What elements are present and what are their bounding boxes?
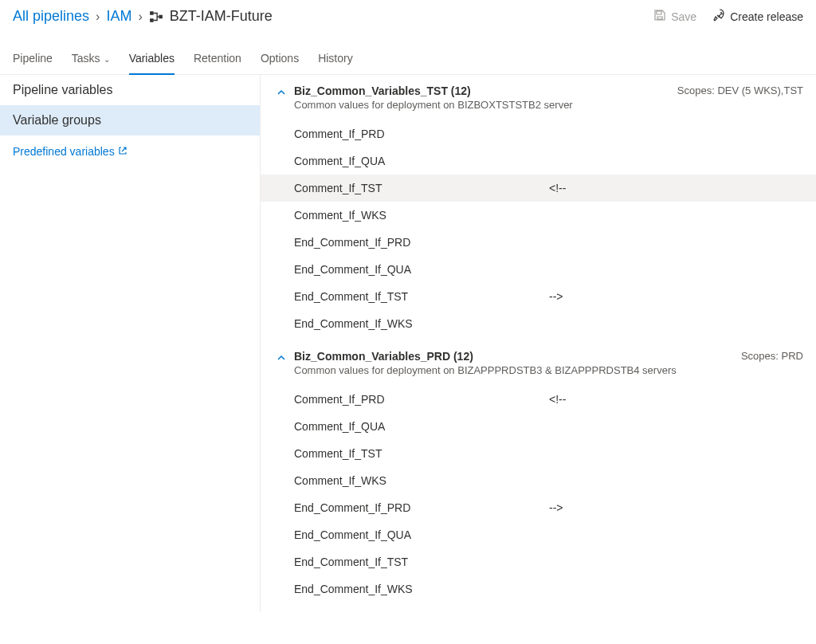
variable-value: --> xyxy=(549,290,563,303)
header-actions: Save Create release xyxy=(653,9,803,24)
save-label: Save xyxy=(671,10,696,23)
sidebar: Pipeline variables Variable groups Prede… xyxy=(0,75,260,612)
save-button: Save xyxy=(653,9,696,24)
svg-point-3 xyxy=(720,12,722,14)
variable-name: End_Comment_If_PRD xyxy=(294,501,549,514)
variable-name: Comment_If_PRD xyxy=(294,128,549,140)
tab-pipeline[interactable]: Pipeline xyxy=(13,45,53,74)
variable-group-desc: Common values for deployment on BIZAPPPR… xyxy=(294,364,732,376)
variable-row[interactable]: End_Comment_If_WKS xyxy=(261,575,816,603)
breadcrumb-parent[interactable]: IAM xyxy=(106,8,131,25)
tab-tasks[interactable]: Tasks⌄ xyxy=(72,45,110,74)
variable-group-title[interactable]: Biz_Common_Variables_PRD (12) xyxy=(294,350,732,363)
variable-row[interactable]: End_Comment_If_QUA xyxy=(261,521,816,548)
variable-list: Comment_If_PRDComment_If_QUAComment_If_T… xyxy=(261,114,816,337)
variable-group: Biz_Common_Variables_TST (12)Common valu… xyxy=(261,81,816,337)
variable-name: Comment_If_TST xyxy=(294,447,549,460)
svg-rect-1 xyxy=(150,18,154,22)
variable-name: Comment_If_WKS xyxy=(294,474,549,487)
chevron-up-icon[interactable] xyxy=(269,84,294,97)
variable-value: --> xyxy=(549,501,563,514)
create-release-button[interactable]: Create release xyxy=(712,9,803,24)
tab-variables[interactable]: Variables xyxy=(129,45,175,74)
body: Pipeline variables Variable groups Prede… xyxy=(0,75,816,612)
tabs: Pipeline Tasks⌄ Variables Retention Opti… xyxy=(0,45,816,75)
sidebar-predefined-label: Predefined variables xyxy=(13,145,115,158)
variable-name: End_Comment_If_QUA xyxy=(294,528,549,541)
variable-name: Comment_If_WKS xyxy=(294,209,549,222)
svg-rect-2 xyxy=(159,14,163,18)
svg-rect-0 xyxy=(150,11,154,15)
variable-name: End_Comment_If_QUA xyxy=(294,263,549,276)
tab-options[interactable]: Options xyxy=(261,45,299,74)
variable-row[interactable]: End_Comment_If_QUA xyxy=(261,256,816,283)
chevron-right-icon: › xyxy=(138,10,142,24)
chevron-up-icon[interactable] xyxy=(269,350,294,363)
variable-group-info: Biz_Common_Variables_TST (12)Common valu… xyxy=(294,84,668,111)
variable-name: Comment_If_PRD xyxy=(294,393,549,406)
variable-row[interactable]: Comment_If_WKS xyxy=(261,202,816,229)
variable-name: End_Comment_If_WKS xyxy=(294,583,549,595)
page-title: BZT-IAM-Future xyxy=(170,8,273,25)
tab-retention[interactable]: Retention xyxy=(194,45,241,74)
variable-row[interactable]: Comment_If_TST xyxy=(261,440,816,467)
sidebar-variable-groups[interactable]: Variable groups xyxy=(0,105,260,135)
variable-value: <!-- xyxy=(549,393,566,406)
breadcrumb-root[interactable]: All pipelines xyxy=(13,8,89,25)
variable-name: End_Comment_If_WKS xyxy=(294,317,549,330)
variable-group-scopes: Scopes: DEV (5 WKS),TST xyxy=(677,84,803,96)
chevron-down-icon: ⌄ xyxy=(104,55,110,64)
variable-name: Comment_If_TST xyxy=(294,182,549,194)
variable-group-header: Biz_Common_Variables_TST (12)Common valu… xyxy=(261,81,816,114)
variable-name: Comment_If_QUA xyxy=(294,155,549,167)
tab-tasks-label: Tasks xyxy=(72,52,100,65)
variable-group-scopes: Scopes: PRD xyxy=(741,350,803,362)
tab-history[interactable]: History xyxy=(318,45,353,74)
variable-row[interactable]: Comment_If_PRD xyxy=(261,120,816,147)
variable-name: End_Comment_If_TST xyxy=(294,290,549,303)
variable-name: End_Comment_If_TST xyxy=(294,556,549,568)
variable-list: Comment_If_PRD<!--Comment_If_QUAComment_… xyxy=(261,379,816,603)
sidebar-pipeline-variables[interactable]: Pipeline variables xyxy=(0,75,260,105)
variable-row[interactable]: Comment_If_QUA xyxy=(261,413,816,440)
sidebar-predefined-link[interactable]: Predefined variables xyxy=(0,135,260,167)
variable-row[interactable]: Comment_If_WKS xyxy=(261,467,816,494)
chevron-right-icon: › xyxy=(96,10,100,24)
variable-row[interactable]: End_Comment_If_TST xyxy=(261,548,816,575)
breadcrumb: All pipelines › IAM › BZT-IAM-Future xyxy=(13,8,273,25)
variable-row[interactable]: Comment_If_TST<!-- xyxy=(261,175,816,202)
page-header: All pipelines › IAM › BZT-IAM-Future Sav… xyxy=(0,0,816,28)
variable-group-header: Biz_Common_Variables_PRD (12)Common valu… xyxy=(261,347,816,379)
variable-row[interactable]: Comment_If_QUA xyxy=(261,147,816,175)
variable-group-info: Biz_Common_Variables_PRD (12)Common valu… xyxy=(294,350,732,376)
variable-group: Biz_Common_Variables_PRD (12)Common valu… xyxy=(261,347,816,603)
variable-row[interactable]: End_Comment_If_PRD--> xyxy=(261,494,816,521)
external-link-icon xyxy=(118,145,128,158)
variable-name: End_Comment_If_PRD xyxy=(294,236,549,249)
variable-row[interactable]: End_Comment_If_PRD xyxy=(261,229,816,256)
create-release-label: Create release xyxy=(730,10,803,23)
variable-group-desc: Common values for deployment on BIZBOXTS… xyxy=(294,99,668,111)
save-icon xyxy=(653,9,666,24)
variable-name: Comment_If_QUA xyxy=(294,420,549,433)
variable-value: <!-- xyxy=(549,182,566,194)
variable-group-title[interactable]: Biz_Common_Variables_TST (12) xyxy=(294,84,668,97)
variable-row[interactable]: End_Comment_If_WKS xyxy=(261,310,816,337)
variable-row[interactable]: End_Comment_If_TST--> xyxy=(261,283,816,310)
rocket-icon xyxy=(712,9,725,24)
main-content: Biz_Common_Variables_TST (12)Common valu… xyxy=(260,75,816,612)
variable-row[interactable]: Comment_If_PRD<!-- xyxy=(261,386,816,413)
pipeline-icon xyxy=(149,10,163,24)
